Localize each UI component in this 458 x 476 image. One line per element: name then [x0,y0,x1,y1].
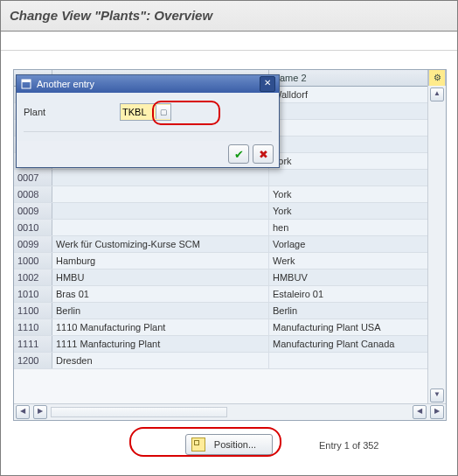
cell-plnt: 1002 [14,270,52,285]
f4-help-icon[interactable]: ▢ [156,105,170,119]
footer: Position... [13,426,445,463]
cell-plnt: 0007 [14,170,52,186]
entry-counter: Entry 1 of 352 [319,440,379,451]
cell-name2 [269,120,428,136]
cell-name1: Berlin [52,303,269,318]
cell-name2: York [269,153,428,169]
svg-rect-1 [22,80,31,82]
table-row[interactable]: 0010hen [14,220,446,236]
dialog-titlebar[interactable]: Another entry ✕ [17,75,279,93]
cell-name1 [52,203,269,219]
dialog-title: Another entry [37,79,94,89]
dialog-actions: ✔ ✖ [17,141,279,167]
cell-name2: Manufacturing Plant Canada [269,336,428,352]
dialog-icon [20,78,32,90]
cell-name1: 1111 Manfacturing Plant [52,336,269,352]
window-title: Change View "Plants": Overview [1,1,457,32]
cell-name2: York [269,203,428,219]
configure-columns-icon[interactable]: ⚙ [428,70,446,86]
cell-name2 [269,103,428,119]
cell-name2: hen [269,220,428,235]
cell-name2: Estaleiro 01 [269,286,428,302]
cell-name2 [269,136,428,152]
cell-plnt: 1111 [14,336,52,352]
scroll-right-button[interactable]: ▶ [33,405,47,419]
position-label: Position... [214,439,256,450]
cell-plnt: 1110 [14,319,52,335]
cell-plnt: 0010 [14,220,52,235]
cell-name2: Werk [269,253,428,269]
cell-plnt: 1100 [14,303,52,318]
scroll-up-button[interactable]: ▲ [430,88,444,102]
cell-name2: Vorlage [269,236,428,252]
plant-input[interactable] [121,105,156,119]
cell-name1: HMBU [52,270,269,285]
cell-name1: Hamburg [52,253,269,269]
table-row[interactable]: 1200Dresden [14,353,446,369]
cell-name1: Dresden [52,353,269,368]
cell-name1: Bras 01 [52,286,269,302]
cell-name2 [269,170,428,186]
another-entry-dialog: Another entry ✕ Plant ▢ ✔ ✖ [16,74,280,168]
cell-name1 [52,170,269,186]
table-row[interactable]: 0008York [14,186,446,203]
scroll-thumb[interactable] [51,407,227,417]
cell-plnt: 0099 [14,236,52,252]
horizontal-scrollbar[interactable]: ◀ ▶ ◀ ▶ [14,403,446,420]
col-name2[interactable]: Name 2 [269,70,428,86]
cancel-button[interactable]: ✖ [253,144,274,164]
table-row[interactable]: 11101110 Manufacturing PlantManufacturin… [14,319,446,336]
cell-name2: Manufacturing Plant USA [269,319,428,335]
table-row[interactable]: 1100BerlinBerlin [14,303,446,319]
plant-input-group: ▢ [120,103,171,121]
cell-plnt: 1000 [14,253,52,269]
table-row[interactable]: 11111111 Manfacturing PlantManufacturing… [14,336,446,353]
cell-plnt: 0009 [14,203,52,219]
table-row[interactable]: 1000HamburgWerk [14,253,446,270]
table-row[interactable]: 0009York [14,203,446,220]
plant-field-label: Plant [24,107,120,117]
cell-plnt: 1010 [14,286,52,302]
scroll-down-button[interactable]: ▼ [430,388,444,402]
cell-plnt: 1200 [14,353,52,368]
cell-name1 [52,220,269,235]
close-icon[interactable]: ✕ [260,76,275,92]
table-row[interactable]: 1002HMBUHMBUV [14,270,446,286]
scroll-left-button[interactable]: ◀ [16,405,30,419]
scroll-left2-button[interactable]: ◀ [413,405,427,419]
cell-name2: HMBUV [269,270,428,285]
ok-button[interactable]: ✔ [228,144,249,164]
dialog-divider [24,122,272,132]
cell-name2: York [269,186,428,202]
position-icon [191,438,205,452]
vertical-scrollbar[interactable]: ▲ ▼ [427,86,446,404]
scroll-right2-button[interactable]: ▶ [430,405,444,419]
cell-name2 [269,353,428,368]
divider-toolbar [1,32,457,51]
table-row[interactable]: 0099Werk für Customizing-Kurse SCMVorlag… [14,236,446,253]
table-row[interactable]: 0007 [14,170,446,186]
cell-plnt: 0008 [14,186,52,202]
position-button[interactable]: Position... [185,434,273,455]
cell-name2: Walldorf [269,87,428,102]
cell-name1: Werk für Customizing-Kurse SCM [52,236,269,252]
table-row[interactable]: 1010Bras 01Estaleiro 01 [14,286,446,303]
cell-name2: Berlin [269,303,428,318]
cell-name1 [52,186,269,202]
cell-name1: 1110 Manufacturing Plant [52,319,269,335]
